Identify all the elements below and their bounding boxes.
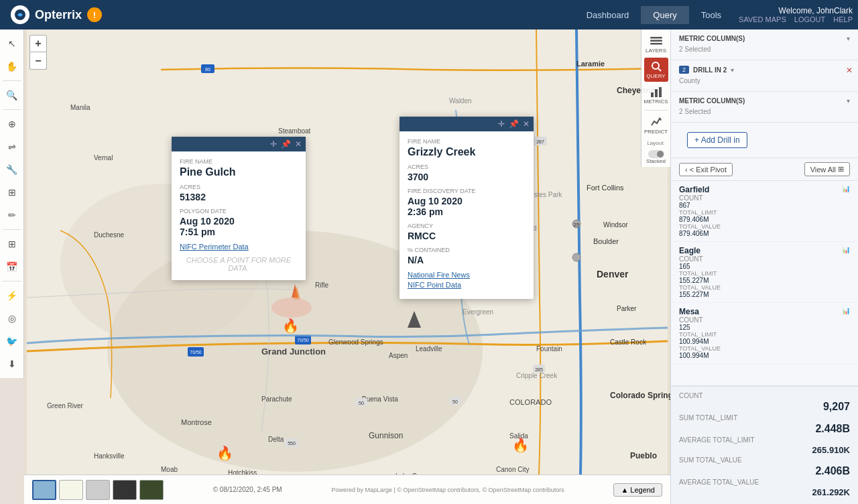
- map-thumb-light[interactable]: [59, 480, 83, 500]
- tool-arrow2[interactable]: ⇌: [2, 137, 22, 157]
- svg-text:Buena Vista: Buena Vista: [362, 395, 398, 403]
- grizzly-pin-icon[interactable]: 📌: [509, 119, 519, 129]
- help-link[interactable]: HELP: [833, 15, 853, 23]
- map-thumb-dark[interactable]: [113, 480, 137, 500]
- tools-button[interactable]: Tools: [689, 6, 733, 24]
- query-button[interactable]: Query: [641, 6, 688, 24]
- tool-search[interactable]: 🔍: [2, 85, 22, 105]
- tool-grid[interactable]: ⊞: [2, 234, 22, 254]
- tool-twitter[interactable]: 🐦: [2, 331, 22, 351]
- predict-button[interactable]: PREDICT: [644, 113, 668, 137]
- zoom-out-button[interactable]: −: [29, 52, 47, 70]
- garfield-chart-icon[interactable]: 📊: [842, 185, 850, 192]
- tool-calendar[interactable]: 📅: [2, 257, 22, 277]
- predict-label: PREDICT: [644, 129, 668, 135]
- add-drill-button[interactable]: + Add Drill in: [687, 132, 747, 148]
- popup-add-icon[interactable]: ✛: [270, 139, 277, 149]
- grizzly-creek-acres: 3700: [408, 172, 526, 182]
- tool-crosshair2[interactable]: ◎: [2, 308, 22, 328]
- svg-text:Montrose: Montrose: [181, 418, 212, 426]
- svg-text:COLORADO: COLORADO: [509, 398, 552, 406]
- pine-gulch-name: Pine Gulch: [180, 166, 298, 178]
- tool-download[interactable]: ⬇: [2, 354, 22, 374]
- metrics-button[interactable]: METRICS: [644, 83, 668, 107]
- svg-text:Rifle: Rifle: [315, 281, 328, 289]
- user-area: Welcome, JohnClark SAVED MAPS LOGOUT HEL…: [733, 6, 858, 23]
- mesa-chart-icon[interactable]: 📊: [842, 307, 850, 314]
- tool-arrow[interactable]: ↖: [2, 34, 22, 54]
- tool-crosshair[interactable]: ⊕: [2, 114, 22, 134]
- exit-pivot-chevron: ‹: [685, 166, 688, 174]
- svg-text:Green River: Green River: [47, 402, 84, 410]
- metric-chevron-2[interactable]: ▾: [847, 97, 850, 105]
- grizzly-agency: RMCC: [408, 231, 526, 241]
- grizzly-popup-icons: ✛ 📌 ✕: [498, 119, 530, 129]
- svg-text:Hanksville: Hanksville: [94, 452, 125, 460]
- national-fire-news-link[interactable]: National Fire News: [408, 271, 526, 279]
- svg-text:Moab: Moab: [161, 466, 178, 473]
- metric-columns-label-2: METRIC COLUMN(S): [679, 97, 745, 105]
- acres-label: ACRES: [180, 184, 298, 190]
- zoom-controls: + −: [29, 35, 47, 70]
- tool-pan[interactable]: ✋: [2, 56, 22, 76]
- fire-icon-pine-gulch: 🔥: [282, 318, 299, 334]
- bottom-bar: © 08/12/2020, 2:45 PM Powered by MapLarg…: [24, 475, 670, 504]
- metric-selected: 2 Selected: [679, 46, 711, 53]
- map-thumb-streets[interactable]: [32, 480, 56, 500]
- county-mesa[interactable]: Mesa COUNT 125 TOTAL_LIMIT 100.994M TOTA…: [671, 303, 858, 364]
- popup-icons: ✛ 📌 ✕: [270, 139, 302, 149]
- metrics-label: METRICS: [644, 99, 668, 105]
- logout-link[interactable]: LOGOUT: [794, 15, 825, 23]
- view-all-icon: ⊞: [838, 165, 844, 174]
- map-area[interactable]: 70/50 70/50 80 287 Laramie Cheyenne Fort…: [24, 29, 670, 475]
- drill-chevron[interactable]: ▾: [731, 66, 734, 74]
- query-side-button[interactable]: QUERY: [644, 58, 668, 82]
- svg-text:Laramie: Laramie: [576, 60, 605, 68]
- popup-close-icon[interactable]: ✕: [295, 139, 302, 149]
- legend-button[interactable]: ▲ Legend: [613, 483, 662, 497]
- svg-text:25: 25: [574, 222, 580, 228]
- stacked-toggle[interactable]: Stacked: [646, 150, 666, 164]
- svg-text:Duchesne: Duchesne: [94, 231, 124, 239]
- popup-pin-icon[interactable]: 📌: [281, 139, 291, 149]
- grizzly-close-icon[interactable]: ✕: [523, 119, 530, 129]
- svg-text:Colorado Springs: Colorado Springs: [610, 391, 670, 400]
- tool-wrench[interactable]: 🔧: [2, 160, 22, 180]
- exit-pivot-button[interactable]: ‹ < Exit Pivot: [679, 163, 733, 176]
- count-value: 9,207: [823, 401, 850, 413]
- eagle-chart-icon[interactable]: 📊: [842, 246, 850, 253]
- avg-value-label: AVERAGE TOTAL_VALUE: [679, 479, 759, 486]
- county-garfield[interactable]: Garfield COUNT 867 TOTAL_LIMIT 879.406M …: [671, 181, 858, 242]
- map-thumb-satellite[interactable]: [139, 480, 164, 500]
- drill-in-label: DRILL IN 2: [693, 66, 727, 74]
- nifc-point-link[interactable]: NIFC Point Data: [408, 281, 526, 289]
- divider4: [3, 281, 21, 281]
- zoom-in-button[interactable]: +: [29, 35, 47, 52]
- nifc-perimeter-link[interactable]: NIFC Perimeter Data: [180, 243, 298, 251]
- grizzly-pct-label: % CONTAINED: [408, 247, 526, 253]
- county-eagle[interactable]: Eagle COUNT 165 TOTAL_LIMIT 155.227M TOT…: [671, 242, 858, 303]
- view-all-button[interactable]: View All ⊞: [804, 162, 850, 176]
- app-logo: Opterrix !: [0, 5, 113, 24]
- dashboard-button[interactable]: Dashboard: [574, 6, 641, 24]
- tool-pencil[interactable]: ✏: [2, 205, 22, 225]
- svg-text:Cripple Creek: Cripple Creek: [516, 372, 558, 379]
- popup-header: ✛ 📌 ✕: [172, 137, 306, 151]
- map-thumb-gray[interactable]: [86, 480, 110, 500]
- svg-text:Boulder: Boulder: [593, 237, 619, 245]
- tool-lightning[interactable]: ⚡: [2, 286, 22, 306]
- layers-button[interactable]: LAYERS: [644, 32, 668, 56]
- fire-name-label: FIRE NAME: [180, 158, 298, 165]
- saved-maps-link[interactable]: SAVED MAPS: [739, 15, 786, 23]
- avg-value-value: 261.292K: [812, 487, 850, 497]
- metric-chevron[interactable]: ▾: [847, 35, 850, 42]
- tool-filter[interactable]: ⊞: [2, 182, 22, 202]
- svg-text:Estes Park: Estes Park: [530, 191, 562, 198]
- query-side-label: QUERY: [646, 73, 665, 79]
- grizzly-add-icon[interactable]: ✛: [498, 119, 505, 129]
- metric-columns-section-2: METRIC COLUMN(S) ▾ 2 Selected: [671, 92, 858, 123]
- metric-columns-section-1: METRIC COLUMN(S) ▾ 2 Selected: [671, 29, 858, 60]
- drill-close-x[interactable]: ✕: [846, 66, 853, 75]
- svg-text:Parker: Parker: [617, 305, 637, 312]
- logo-icon: [11, 5, 29, 24]
